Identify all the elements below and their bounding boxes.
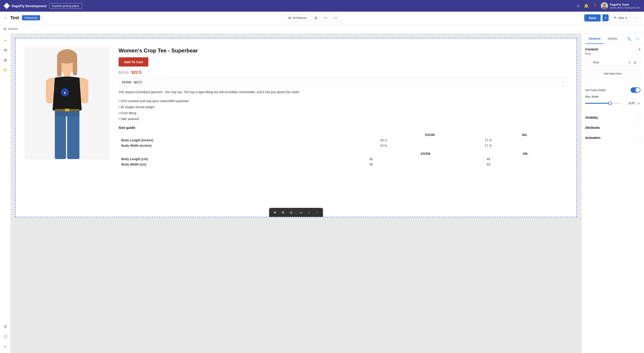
logo-diamond-icon <box>4 3 10 9</box>
sidebar-store-icon[interactable]: 🛍 <box>1 46 10 54</box>
back-button[interactable]: ← <box>4 16 8 20</box>
bottom-target-icon[interactable]: ◎ <box>288 209 294 215</box>
slider-fill <box>585 103 610 104</box>
slider-row: px <box>585 100 640 106</box>
fixed-width-section: Set Fixed Width Max Width px <box>582 81 644 113</box>
sidebar-grid-icon[interactable]: ⊞ <box>1 56 10 64</box>
explore-pricing-button[interactable]: Explore pricing plans <box>49 3 82 9</box>
sidebar-folder-icon[interactable]: 📁 <box>1 66 10 74</box>
undo-button[interactable]: ↩ <box>322 14 330 22</box>
add-new-item-button[interactable]: Add New Item <box>585 70 640 78</box>
slider-thumb[interactable] <box>608 102 612 105</box>
drag-handle-icon[interactable]: ⋮ <box>588 61 591 64</box>
svg-text:🐧: 🐧 <box>63 91 67 95</box>
svg-rect-5 <box>57 57 62 77</box>
attributes-chevron-icon: › <box>639 126 640 129</box>
content-chevron-icon: ▾ <box>639 48 640 51</box>
animation-chevron-icon: › <box>639 136 640 140</box>
emoji-icon[interactable]: ☺ <box>576 4 580 8</box>
delete-row-button[interactable]: 🗑 <box>632 60 638 65</box>
product-title: Women's Crop Tee - Superbear <box>118 48 568 54</box>
fixed-width-toggle[interactable] <box>630 87 640 93</box>
fixed-width-row: Set Fixed Width <box>585 87 640 93</box>
avatar <box>601 2 608 10</box>
all-devices-button[interactable]: 🖥 All Devices <box>285 15 310 21</box>
size-guide-title: Size guide <box>118 126 568 129</box>
original-price: $22.5 <box>118 70 129 75</box>
fixed-width-label: Set Fixed Width <box>585 89 606 92</box>
tab-styling[interactable]: Styling <box>604 34 620 44</box>
view-button[interactable]: 👁 View ▾ <box>610 14 630 21</box>
row-item-label: Row <box>593 61 626 64</box>
sidebar-layers-icon[interactable]: ☰ <box>1 322 10 330</box>
canvas-area: 🐧 Women's Crop Tee - <box>11 34 581 353</box>
animation-section[interactable]: Animation › <box>582 133 644 143</box>
svg-rect-18 <box>65 109 69 111</box>
more-options-button[interactable]: ⋯ <box>632 14 640 22</box>
add-to-cart-button[interactable]: Add To Cart <box>118 57 148 67</box>
product-image: 🐧 <box>24 48 110 159</box>
nav-right: ☺ 🔔 ❓ PageFly Team stores-demo.myshopify… <box>576 2 640 10</box>
row-item: ⋮ Row ⧉ 🗑 <box>585 58 640 67</box>
page-icon[interactable]: 📄 <box>634 36 640 42</box>
product-description: The season's trendiest garment - the cro… <box>118 90 568 95</box>
content-section: Content ▾ Row ⋮ Row ⧉ 🗑 Add New Item <box>582 44 644 81</box>
layout-icon-button[interactable]: ⊞ <box>312 14 320 22</box>
size-table-cm: XS/SM M/L Body Length (cm) 42 44 B <box>118 151 568 167</box>
eye-icon: 👁 <box>614 16 617 20</box>
visibility-section[interactable]: Visibility › <box>582 113 644 123</box>
svg-rect-15 <box>67 110 80 159</box>
toolbar-right: Save ▾ 👁 View ▾ ⋯ <box>584 14 640 22</box>
sidebar-template-icon[interactable]: ▭ <box>1 342 10 350</box>
bottom-copy-icon[interactable]: ⧉ <box>280 209 286 215</box>
redo-button[interactable]: ↪ <box>332 14 340 22</box>
variant-select[interactable]: XS/SM - $22.5 <box>118 78 568 86</box>
table-row: Body Width (cm) 40 43 <box>118 162 568 167</box>
section-grid-icon: ⊞ <box>4 27 6 31</box>
table-row: Body Width (inches) 15 ⅝ 17 ⅞ <box>118 143 568 148</box>
max-width-unit: px <box>638 102 640 105</box>
user-domain: stores-demo.myshopify.com <box>610 6 640 9</box>
user-text: PageFly Team stores-demo.myshopify.com <box>610 3 640 9</box>
bottom-add-icon[interactable]: ⊕ <box>272 209 278 215</box>
animation-label: Animation <box>585 136 600 140</box>
panel-tab-group: General Styling <box>585 34 620 44</box>
table-row: Body Length (cm) 42 44 <box>118 156 568 162</box>
top-navigation: PageFly Development Explore pricing plan… <box>0 0 644 12</box>
tab-general[interactable]: General <box>585 34 604 44</box>
breadcrumb: Section <box>8 27 18 31</box>
attributes-section[interactable]: Attributes › <box>582 123 644 133</box>
page-title: Test <box>10 15 19 20</box>
panel-icons: 🔍 📄 <box>626 36 640 42</box>
brand-name: PageFly Development <box>12 4 46 8</box>
bell-icon[interactable]: 🔔 <box>584 3 589 8</box>
save-button[interactable]: Save <box>584 14 600 22</box>
chevron-down-icon: ▾ <box>626 16 627 20</box>
sidebar-add-icon[interactable]: ＋ <box>1 36 10 44</box>
product-features: • 52% combed and ring-spun cotton/48% po… <box>118 98 568 122</box>
help-icon[interactable]: ❓ <box>592 3 597 8</box>
copy-row-button[interactable]: ⧉ <box>628 60 632 65</box>
content-title: Content <box>585 47 598 51</box>
bottom-more-icon[interactable]: ⋯ <box>314 209 320 215</box>
sidebar-history-icon[interactable]: 🕐 <box>1 332 10 340</box>
main-layout: ＋ 🛍 ⊞ 📁 ☰ 🕐 ▭ <box>0 34 644 353</box>
search-icon[interactable]: 🔍 <box>626 36 632 42</box>
visibility-chevron-icon: › <box>639 116 640 119</box>
bottom-layout-icon[interactable]: ▭ <box>298 209 304 215</box>
svg-point-1 <box>602 7 607 10</box>
max-width-label: Max Width <box>585 95 640 98</box>
bottom-toolbar: ⊕ ⧉ ◎ ▭ ↕ ⋯ <box>269 208 323 217</box>
toolbar-left: ← Test Published <box>4 15 40 20</box>
svg-rect-10 <box>46 81 54 104</box>
slider-track[interactable] <box>585 103 621 104</box>
left-sidebar: ＋ 🛍 ⊞ 📁 ☰ 🕐 ▭ <box>0 34 11 353</box>
right-panel: General Styling 🔍 📄 Content ▾ Row ⋮ Row … <box>581 34 644 353</box>
max-width-row: Max Width px <box>585 95 640 106</box>
save-dropdown-button[interactable]: ▾ <box>602 14 609 21</box>
content-section-header[interactable]: Content ▾ <box>585 47 640 51</box>
svg-point-0 <box>603 3 606 7</box>
max-width-input[interactable] <box>623 100 636 106</box>
bottom-move-icon[interactable]: ↕ <box>306 209 312 215</box>
pagefly-logo: PageFly Development <box>4 3 46 9</box>
